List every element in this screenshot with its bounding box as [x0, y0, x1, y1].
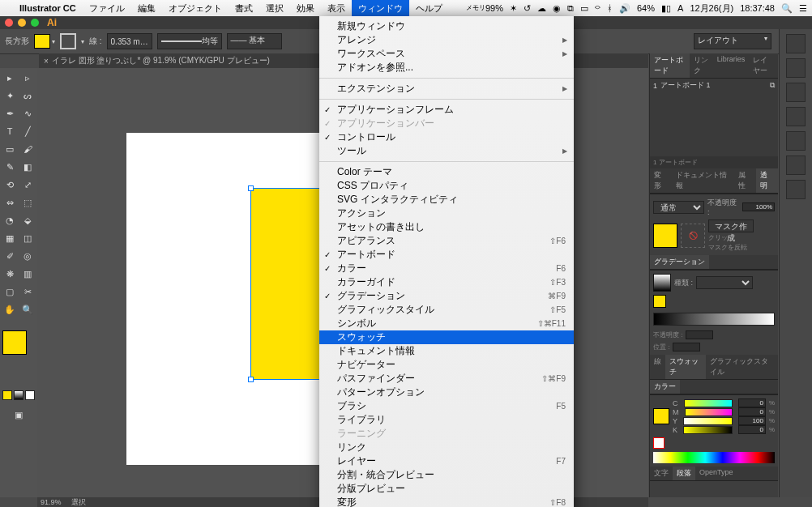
- direct-selection-tool[interactable]: ▹: [19, 70, 36, 86]
- menu-item[interactable]: ブラシ: [319, 399, 574, 413]
- menu-item[interactable]: カラーガイド: [319, 275, 574, 289]
- zoom-level[interactable]: 91.9%: [41, 498, 62, 506]
- panel-icon-3[interactable]: [786, 83, 806, 102]
- tab-graphicstyles[interactable]: グラフィックスタイル: [706, 355, 778, 379]
- volume-icon[interactable]: 🔊: [619, 3, 630, 14]
- perspective-tool[interactable]: ⬙: [19, 212, 36, 228]
- menu-item[interactable]: アクション: [319, 207, 574, 220]
- line-icon[interactable]: ◉: [553, 3, 561, 14]
- k-slider[interactable]: [683, 426, 733, 434]
- panel-icon-7[interactable]: [786, 180, 806, 199]
- c-value[interactable]: [738, 398, 766, 407]
- tab-character[interactable]: 文字: [650, 467, 673, 480]
- menu-select[interactable]: 選択: [259, 0, 290, 16]
- gradient-ramp[interactable]: [653, 313, 775, 326]
- menu-item[interactable]: 分割・統合プレビュー: [319, 468, 574, 482]
- tab-libraries[interactable]: Libraries: [713, 53, 750, 78]
- tab-transparency[interactable]: 透明: [756, 168, 778, 193]
- tab-paragraph[interactable]: 段落: [673, 467, 695, 480]
- close-tab-icon[interactable]: ×: [44, 57, 49, 66]
- menu-item[interactable]: レイヤー: [319, 454, 574, 468]
- menu-item[interactable]: ツール: [319, 144, 574, 158]
- tab-docinfo[interactable]: ドキュメント情報: [672, 168, 734, 193]
- type-tool[interactable]: T: [2, 123, 18, 139]
- battery-icon[interactable]: ▮▯: [661, 3, 671, 14]
- stroke-profile[interactable]: 均等: [157, 33, 222, 49]
- zoom-window[interactable]: [31, 19, 39, 27]
- color-mode-row[interactable]: [2, 390, 35, 400]
- artboard-tool[interactable]: ▢: [2, 283, 18, 300]
- mesh-tool[interactable]: ▦: [2, 230, 18, 246]
- symbol-sprayer-tool[interactable]: ❋: [2, 266, 18, 282]
- menu-item[interactable]: 分版プレビュー: [319, 482, 574, 496]
- lasso-tool[interactable]: ᔕ: [19, 87, 36, 104]
- sync-icon[interactable]: ↺: [524, 3, 531, 14]
- slice-tool[interactable]: ✂: [19, 283, 36, 300]
- hand-tool[interactable]: ✋: [2, 301, 18, 317]
- panel-icon-1[interactable]: [786, 34, 806, 53]
- rectangle-tool[interactable]: ▭: [2, 141, 18, 157]
- screen-mode[interactable]: ▣: [11, 407, 27, 423]
- mask-thumb[interactable]: 🚫: [681, 224, 705, 248]
- menu-item[interactable]: パターンオプション: [319, 386, 574, 399]
- menu-item[interactable]: グラデーション: [319, 289, 574, 303]
- tab-attributes[interactable]: 属性: [734, 168, 756, 193]
- opacity-input[interactable]: [742, 202, 775, 211]
- tab-color[interactable]: カラー: [650, 380, 680, 394]
- m-slider[interactable]: [685, 408, 733, 416]
- panel-icon-2[interactable]: [786, 58, 806, 78]
- app-name[interactable]: Illustrator CC: [13, 3, 83, 13]
- blend-tool[interactable]: ◎: [19, 248, 36, 264]
- none-swatch[interactable]: [653, 437, 665, 449]
- grad-position[interactable]: [673, 343, 700, 351]
- color-fill-proxy[interactable]: [653, 408, 669, 424]
- menu-item[interactable]: アプリケーションバー: [319, 117, 574, 130]
- magic-wand-tool[interactable]: ✦: [2, 87, 18, 104]
- gradient-stop[interactable]: [653, 295, 666, 308]
- gradient-tool[interactable]: ◫: [19, 230, 36, 246]
- menu-help[interactable]: ヘルプ: [409, 0, 449, 16]
- make-mask-button[interactable]: マスク作成: [708, 219, 754, 232]
- shape-builder-tool[interactable]: ◔: [2, 212, 18, 228]
- dropbox-icon[interactable]: ⧉: [567, 3, 574, 14]
- gradient-thumb[interactable]: [653, 274, 671, 292]
- scale-tool[interactable]: ⤢: [19, 177, 36, 193]
- menu-file[interactable]: ファイル: [83, 0, 131, 16]
- shaper-tool[interactable]: ✎: [2, 159, 18, 175]
- rotate-tool[interactable]: ⟲: [2, 177, 18, 193]
- tab-gradient[interactable]: グラデーション: [650, 255, 709, 269]
- handle-bl[interactable]: [248, 377, 254, 382]
- menu-item[interactable]: リンク: [319, 441, 574, 454]
- tab-layers[interactable]: レイヤー: [749, 53, 778, 78]
- evernote-icon[interactable]: ✶: [510, 3, 517, 14]
- stroke-width-input[interactable]: [107, 33, 152, 49]
- menu-item[interactable]: アレンジ: [319, 33, 574, 47]
- k-value[interactable]: [738, 425, 766, 434]
- menu-view[interactable]: 表示: [321, 0, 352, 16]
- free-transform-tool[interactable]: ⬚: [19, 194, 36, 211]
- zoom-tool[interactable]: 🔍: [19, 301, 36, 317]
- menu-item[interactable]: Color テーマ: [319, 165, 574, 179]
- graph-tool[interactable]: ▥: [19, 266, 36, 282]
- workspace-switcher[interactable]: レイアウト▾: [694, 33, 771, 49]
- spectrum[interactable]: [653, 452, 775, 463]
- brush-tool[interactable]: 🖌: [19, 141, 36, 157]
- menu-item[interactable]: ライブラリ: [319, 413, 574, 427]
- menu-item[interactable]: ナビゲーター: [319, 358, 574, 372]
- menu-item[interactable]: ドキュメント情報: [319, 344, 574, 358]
- menu-item[interactable]: エクステンション: [319, 82, 574, 96]
- panel-icon-5[interactable]: [786, 131, 806, 151]
- menu-item[interactable]: CSS プロパティ: [319, 179, 574, 193]
- menu-item[interactable]: SVG インタラクティビティ: [319, 193, 574, 207]
- menu-type[interactable]: 書式: [229, 0, 259, 16]
- menu-item[interactable]: カラー: [319, 262, 574, 275]
- minimize-window[interactable]: [18, 19, 26, 27]
- fill-swatch[interactable]: [34, 34, 50, 49]
- tab-opentype[interactable]: OpenType: [695, 467, 737, 480]
- c-slider[interactable]: [684, 399, 733, 407]
- notification-icon[interactable]: ☰: [799, 3, 807, 14]
- menu-item[interactable]: アートボード: [319, 248, 574, 262]
- display-icon[interactable]: ▭: [580, 3, 588, 14]
- menu-item[interactable]: パスファインダー: [319, 372, 574, 386]
- grad-opacity[interactable]: [686, 330, 713, 339]
